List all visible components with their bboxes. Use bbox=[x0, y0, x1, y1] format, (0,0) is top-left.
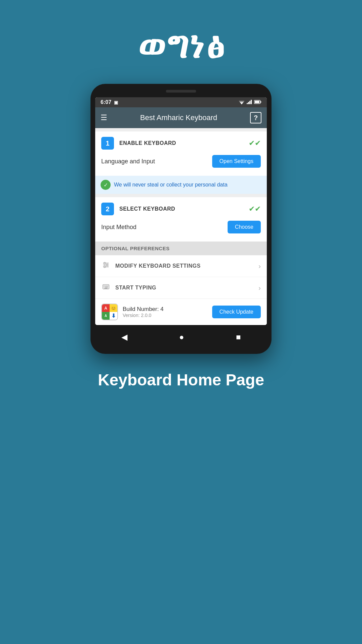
phone-speaker bbox=[166, 90, 196, 93]
choose-button[interactable]: Choose bbox=[228, 221, 261, 233]
start-typing-label: START TYPING bbox=[115, 285, 254, 291]
svg-point-13 bbox=[104, 262, 106, 264]
svg-rect-5 bbox=[249, 101, 250, 104]
app-logo: ወግነፅ bbox=[137, 27, 225, 64]
step1-header: 1 ENABLE KEYBOARD ✔✔ bbox=[101, 137, 261, 150]
menu-icon[interactable]: ☰ bbox=[101, 113, 107, 122]
page-caption: Keyboard Home Page bbox=[98, 371, 264, 389]
icon-cell-a2: A bbox=[102, 312, 110, 320]
step2-badge: 2 bbox=[101, 203, 114, 215]
privacy-shield-icon: ✓ bbox=[101, 180, 111, 190]
status-icons bbox=[239, 100, 261, 105]
step2-label: SELECT KEYBOARD bbox=[119, 206, 243, 212]
status-bar: 6:07 ▣ bbox=[95, 97, 267, 107]
svg-rect-4 bbox=[248, 102, 249, 104]
keyboard-icon bbox=[101, 283, 111, 292]
check-update-button[interactable]: Check Update bbox=[212, 306, 261, 318]
step2-card: 2 SELECT KEYBOARD ✔✔ Input Method Choose bbox=[95, 197, 267, 241]
svg-rect-8 bbox=[260, 101, 261, 103]
step1-row: Language and Input Open Settings bbox=[101, 154, 261, 170]
icon-cell-a: A bbox=[102, 304, 110, 312]
battery-icon bbox=[254, 100, 261, 105]
input-method-label: Input Method bbox=[101, 224, 136, 231]
svg-point-15 bbox=[104, 266, 106, 268]
app-icon: A 😊 A ⬇ bbox=[101, 304, 118, 320]
settings-icon bbox=[101, 261, 111, 271]
build-info-row: A 😊 A ⬇ Build Number: 4 Version: 2.0.0 C… bbox=[95, 299, 267, 325]
step2-row: Input Method Choose bbox=[101, 219, 261, 236]
toolbar-title: Best Amharic Keyboard bbox=[113, 113, 245, 122]
svg-marker-2 bbox=[241, 103, 243, 104]
signal-icon bbox=[247, 100, 252, 105]
build-info-text: Build Number: 4 Version: 2.0.0 bbox=[123, 306, 207, 318]
phone-mockup: 6:07 ▣ bbox=[90, 84, 272, 354]
start-typing-item[interactable]: START TYPING › bbox=[95, 277, 267, 299]
chevron-right-icon-2: › bbox=[258, 284, 261, 292]
icon-cell-dl: ⬇ bbox=[110, 312, 117, 320]
phone-screen: 6:07 ▣ bbox=[95, 97, 267, 325]
help-icon[interactable]: ? bbox=[250, 112, 261, 123]
step2-header: 2 SELECT KEYBOARD ✔✔ bbox=[101, 203, 261, 215]
bottom-navigation: ◀ ● ■ bbox=[95, 325, 267, 349]
step2-check: ✔✔ bbox=[249, 205, 261, 213]
build-number: Build Number: 4 bbox=[123, 306, 207, 313]
svg-rect-6 bbox=[251, 100, 252, 104]
sim-icon: ▣ bbox=[114, 100, 118, 105]
chevron-right-icon-1: › bbox=[258, 262, 261, 270]
optional-preferences-header: OPTIONAL PREFERENCES bbox=[95, 241, 267, 255]
wifi-icon bbox=[239, 100, 245, 105]
modify-keyboard-settings-item[interactable]: MODIFY KEYBOARD SETTINGS › bbox=[95, 255, 267, 277]
toolbar: ☰ Best Amharic Keyboard ? bbox=[95, 107, 267, 128]
step1-card: 1 ENABLE KEYBOARD ✔✔ Language and Input … bbox=[95, 131, 267, 194]
svg-point-14 bbox=[106, 264, 108, 266]
step1-label: ENABLE KEYBOARD bbox=[119, 140, 243, 146]
icon-cell-smiley: 😊 bbox=[110, 304, 117, 312]
main-content: 1 ENABLE KEYBOARD ✔✔ Language and Input … bbox=[95, 128, 267, 325]
build-version: Version: 2.0.0 bbox=[123, 313, 207, 318]
language-input-label: Language and Input bbox=[101, 158, 155, 165]
svg-rect-9 bbox=[255, 101, 259, 103]
home-button[interactable]: ● bbox=[173, 330, 191, 344]
step1-check: ✔✔ bbox=[249, 139, 261, 148]
modify-keyboard-label: MODIFY KEYBOARD SETTINGS bbox=[115, 263, 254, 269]
status-time: 6:07 ▣ bbox=[101, 99, 118, 105]
privacy-text: We will never steal or collect your pers… bbox=[114, 182, 228, 188]
back-button[interactable]: ◀ bbox=[115, 330, 134, 344]
svg-rect-3 bbox=[247, 103, 248, 104]
step1-badge: 1 bbox=[101, 137, 114, 150]
open-settings-button[interactable]: Open Settings bbox=[212, 155, 261, 168]
recents-button[interactable]: ■ bbox=[229, 330, 248, 344]
privacy-notice: ✓ We will never steal or collect your pe… bbox=[95, 176, 267, 194]
